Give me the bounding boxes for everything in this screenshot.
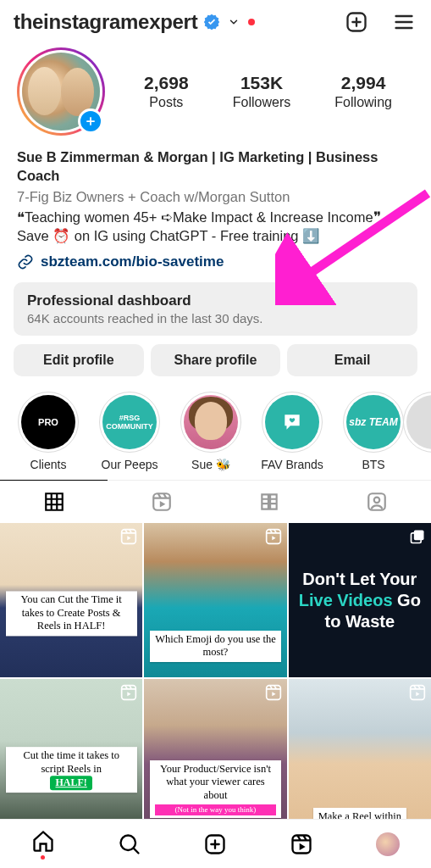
posts-label: Posts	[144, 95, 189, 110]
bio-link[interactable]: sbzteam.com/bio-savetime	[0, 248, 431, 279]
svg-rect-10	[411, 686, 425, 700]
highlight-label: Clients	[30, 458, 67, 471]
following-label: Following	[334, 95, 392, 110]
create-button[interactable]	[343, 8, 370, 36]
highlight-label: FAV Brands	[261, 458, 323, 471]
highlight-cover	[265, 395, 319, 449]
dashboard-subtitle: 64K accounts reached in the last 30 days…	[27, 311, 404, 326]
username[interactable]: theinstagramexpert	[14, 10, 197, 34]
post-caption: Your Product/Service isn't what your vie…	[150, 760, 281, 818]
highlight-more[interactable]	[422, 392, 431, 471]
nav-create[interactable]	[203, 832, 227, 856]
reel-icon	[120, 684, 137, 701]
highlight-clients[interactable]: PRO Clients	[15, 392, 81, 471]
svg-rect-4	[122, 530, 136, 544]
posts-count: 2,698	[144, 73, 189, 93]
tab-reels[interactable]	[108, 481, 215, 523]
svg-rect-6	[414, 531, 424, 541]
post-caption: Which Emoji do you use the most?	[150, 631, 281, 662]
followers-label: Followers	[233, 95, 290, 110]
svg-rect-8	[122, 686, 136, 700]
reel-icon	[120, 528, 137, 545]
share-profile-button[interactable]: Share profile	[151, 344, 281, 376]
nav-profile[interactable]	[376, 832, 400, 856]
menu-button[interactable]	[390, 8, 417, 36]
svg-rect-13	[293, 835, 311, 853]
grid-post[interactable]: Your Product/Service isn't what your vie…	[144, 679, 286, 833]
bio-line: ❝Teaching women 45+ ➪Make Impact & Incre…	[17, 208, 414, 226]
svg-point-3	[374, 498, 380, 504]
highlight-cover	[184, 395, 238, 449]
tab-guides[interactable]	[216, 481, 323, 523]
svg-rect-9	[266, 686, 280, 700]
highlight-label: BTS	[362, 458, 384, 471]
following-count: 2,994	[334, 73, 392, 93]
highlight-bts[interactable]: sbz TEAM BTS	[340, 392, 406, 471]
post-caption: Cut the time it takes to script Reels in…	[6, 747, 137, 793]
posts-stat[interactable]: 2,698 Posts	[144, 73, 189, 110]
tab-tagged[interactable]	[323, 481, 431, 523]
edit-profile-button[interactable]: Edit profile	[14, 344, 144, 376]
link-icon	[17, 253, 34, 270]
notification-dot-icon	[41, 855, 45, 860]
email-button[interactable]: Email	[287, 344, 417, 376]
reel-icon	[265, 684, 282, 701]
dashboard-title: Professional dashboard	[27, 292, 404, 309]
post-caption: Don't Let Your Live Videos Go to Waste	[289, 569, 431, 632]
highlight-cover: sbz TEAM	[346, 395, 401, 449]
reel-icon	[409, 684, 426, 701]
avatar[interactable]	[17, 47, 105, 136]
nav-reels[interactable]	[290, 832, 313, 856]
highlight-cover: #RSG COMMUNITY	[102, 395, 157, 449]
tab-grid[interactable]	[0, 480, 108, 523]
highlight-our-peeps[interactable]: #RSG COMMUNITY Our Peeps	[97, 392, 163, 471]
display-name: Sue B Zimmerman & Morgan | IG Marketing …	[17, 147, 414, 186]
post-caption: You can Cut the Time it takes to Create …	[6, 592, 137, 637]
notification-dot-icon	[248, 19, 255, 25]
highlight-fav-brands[interactable]: FAV Brands	[259, 392, 325, 471]
followers-stat[interactable]: 153K Followers	[233, 73, 290, 110]
grid-post[interactable]: Cut the time it takes to script Reels in…	[0, 679, 142, 833]
svg-rect-1	[153, 494, 170, 511]
bio-line: Save ⏰ on IG using ChatGPT - Free traini…	[17, 226, 414, 245]
bio-link-text: sbzteam.com/bio-savetime	[41, 253, 224, 270]
highlight-cover: PRO	[21, 395, 75, 449]
nav-home[interactable]	[31, 829, 55, 860]
reel-icon	[265, 528, 282, 545]
avatar-icon	[376, 832, 400, 856]
professional-dashboard[interactable]: Professional dashboard 64K accounts reac…	[14, 282, 417, 336]
grid-post[interactable]: Don't Let Your Live Videos Go to Waste	[289, 523, 431, 677]
grid-post[interactable]: Which Emoji do you use the most?	[144, 523, 286, 677]
category: 7-Fig Biz Owners + Coach w/Morgan Sutton	[17, 187, 414, 206]
highlight-label: Sue 🐝	[191, 458, 230, 471]
verified-badge-icon	[202, 13, 221, 31]
svg-rect-5	[266, 530, 280, 544]
grid-post[interactable]: You can Cut the Time it takes to Create …	[0, 523, 142, 677]
nav-search[interactable]	[118, 832, 141, 856]
followers-count: 153K	[233, 73, 290, 93]
following-stat[interactable]: 2,994 Following	[334, 73, 392, 110]
grid-post[interactable]: Make a Reel within	[289, 679, 431, 833]
add-story-icon[interactable]	[78, 108, 103, 134]
carousel-icon	[409, 528, 426, 545]
highlight-label: Our Peeps	[102, 458, 158, 471]
chevron-down-icon[interactable]	[228, 16, 240, 28]
highlight-sue[interactable]: Sue 🐝	[178, 392, 244, 471]
